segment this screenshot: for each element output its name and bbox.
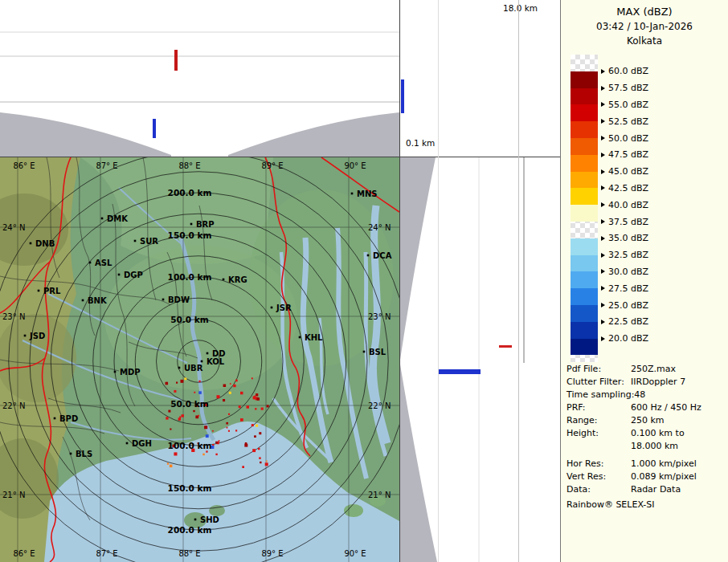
city-dot-DGH [126,442,129,445]
radar-echo [170,465,173,468]
range-ring-label: 200.0 km [168,188,212,198]
datetime-label: 03:42 / 10-Jan-2026 [561,21,728,32]
info-row: PRF:600 Hz / 450 Hz [566,401,724,414]
radar-echo [255,408,256,409]
radar-echo [235,380,238,382]
info-row: Clutter Filter:IIRDoppler 7 [566,376,724,389]
product-title: MAX (dBZ) [561,6,728,18]
longitude-label: 89° E [261,161,283,170]
colorbar-label: 37.5 dBZ [601,216,648,227]
info-row: Pdf File:250Z.max [566,363,724,376]
city-dot-BNK [82,299,84,302]
radar-echo [239,405,241,408]
city-label-DMK: DMK [107,214,129,223]
city-label-DCA: DCA [373,251,392,260]
colorbar-cell [571,305,598,322]
city-label-PRL: PRL [43,287,61,295]
colorbar-label: 47.5 dBZ [601,149,648,161]
scale-tick-icon [601,320,605,324]
longitude-label: 87° E [96,549,117,558]
range-ring-label: 150.0 km [168,230,212,240]
panel-gridline [438,0,439,562]
radar-echo [229,392,231,394]
latitude-label: 24° N [368,223,391,232]
info-row-value: 600 Hz / 450 Hz [631,401,724,414]
radar-echo [261,408,264,410]
scale-tick-icon [601,185,605,190]
scale-tick-icon [601,202,605,207]
city-label-ASL: ASL [95,259,112,267]
colorbar-cell [571,155,598,172]
radar-echo [260,462,261,463]
colorbar-cell [571,238,598,255]
scale-tick-icon [601,102,605,107]
scale-tick-icon [601,119,605,124]
profile-echo-red [174,50,178,71]
radar-echo [245,442,247,445]
city-dot-BDW [162,299,165,301]
colorbar-cell [571,188,598,205]
colorbar-cell [571,288,598,305]
radar-echo [181,380,184,383]
city-dot-KHL [299,336,301,339]
radar-echo [206,434,209,438]
info-row-label [566,440,631,453]
radar-echo [215,454,217,455]
city-dot-SUR [134,240,137,242]
city-dot-DMK [101,218,104,220]
colorbar-label: 27.5 dBZ [601,283,648,294]
height-axis-max-label: 18.0 km [503,3,538,13]
colorbar-label: 52.5 dBZ [601,116,648,127]
city-label-BSL: BSL [369,348,386,356]
city-dot-BSL [363,351,366,353]
colorbar-cell [571,55,598,71]
radar-echo [240,392,243,395]
scale-tick-icon [601,153,605,157]
radar-echo [193,410,194,412]
map-canvas: DMKBRPDNBSURASLDGPKRGPRLBNKBDWJSRMNSDCAK… [0,157,399,562]
city-dot-KOL [201,360,203,363]
radar-echo [206,450,207,452]
longitude-label: 88° E [178,549,200,558]
info-row-label: Height: [566,427,631,440]
radar-echo [166,417,168,419]
latitude-label: 24° N [2,223,25,232]
city-dot-DGP [118,274,121,276]
city-dot-PRL [38,290,40,292]
info-row-value: IIRDoppler 7 [631,376,724,389]
radar-echo [259,457,261,459]
scale-tick-icon [601,253,605,258]
colorbar-cell [571,205,598,222]
colorbar-label: 40.0 dBZ [601,199,648,210]
city-dot-BRP [190,223,193,226]
radar-echo [233,385,235,387]
radar-echo [170,429,171,430]
city-label-BLS: BLS [76,450,92,458]
colorbar-label: 20.0 dBZ [601,333,648,344]
ppi-map-panel: DMKBRPDNBSURASLDGPKRGPRLBNKBDWJSRMNSDCAK… [0,157,399,562]
colorbar-label: 25.0 dBZ [601,299,648,311]
radar-echo [176,382,178,384]
scale-tick-icon [601,219,605,224]
radar-echo [174,452,177,455]
radar-echo [254,396,256,397]
radar-echo [242,466,244,468]
colorbar-cell [571,88,598,105]
latitude-label: 23° N [2,312,25,321]
site-name: Kolkata [561,35,728,47]
info-row-label: Range: [566,414,631,427]
info-row: Data:Radar Data [566,483,724,496]
radar-echo [254,435,256,438]
radar-echo [230,383,231,385]
colorbar-cell [571,71,598,88]
info-row: Vert Res:0.089 km/pixel [566,470,724,483]
longitude-label: 90° E [344,161,366,170]
colorbar-cell [571,339,598,356]
radar-echo [178,417,182,421]
city-dot-MNS [351,193,354,195]
ns-profile-canvas [400,157,560,562]
city-label-JSR: JSR [276,303,292,312]
city-dot-BLS [70,453,72,455]
info-row: Hor Res:1.000 km/pixel [566,458,724,470]
scale-tick-icon [601,86,605,91]
